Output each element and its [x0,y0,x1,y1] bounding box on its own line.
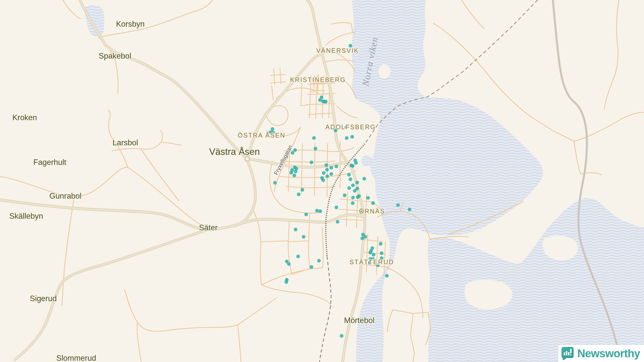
data-point-marker [355,187,359,190]
data-point-marker [325,168,329,171]
rural-label-m-rtebol: Mörtebol [344,316,375,325]
district-label-st-tterud: STÄTTERUD [350,258,394,265]
data-point-marker [369,251,372,254]
data-point-marker [385,274,389,278]
data-point-marker [347,173,351,176]
rural-label-slommerud: Slommerud [56,354,96,362]
data-point-marker [360,237,364,240]
data-point-marker [354,161,358,165]
data-point-marker [297,193,300,196]
district-label-v-nersvik: VÄNERSVIK [316,47,359,54]
rural-label-spakebol: Spakebol [99,52,131,60]
data-point-marker [336,220,339,223]
rural-label-larsbol: Larsbol [112,138,138,147]
data-point-marker [349,177,352,181]
data-point-marker [330,172,333,176]
town-label-v-stra-sen: Västra Åsen [209,147,260,157]
island-south-1 [464,280,512,309]
district-label-rn-s: ÖRNÄS [359,208,385,215]
rural-label-korsbyn: Korsbyn [116,20,145,28]
data-point-marker [326,174,329,178]
data-point-marker [304,213,308,216]
rural-label-sigerud: Sigerud [30,294,57,303]
newsworthy-attribution[interactable]: Newsworthy [558,345,644,362]
data-point-marker [356,195,359,199]
data-point-marker [347,186,351,190]
data-point-marker [330,166,333,169]
data-point-marker [291,151,294,155]
data-point-marker [335,165,338,168]
map-canvas: KorsbynSpakebolKrokenLarsbolFagerhultGun… [0,0,644,362]
rural-label-s-ter: Säter [199,223,218,232]
data-point-marker [317,259,321,262]
data-point-marker [293,174,296,177]
data-point-marker [293,148,297,152]
data-point-marker [372,253,375,256]
data-point-marker [380,251,383,255]
data-point-marker [312,136,316,140]
data-point-marker [290,171,293,174]
data-point-marker [396,203,400,207]
data-point-marker [351,184,355,187]
newsworthy-logo-icon [561,347,574,360]
map-share-image: KorsbynSpakebolKrokenLarsbolFagerhultGun… [0,0,644,362]
data-point-marker [340,334,343,338]
data-point-marker [351,196,355,199]
data-point-marker [322,171,326,175]
data-point-marker [294,228,297,231]
data-point-marker [271,127,274,131]
data-point-marker [363,177,366,180]
data-point-marker [296,255,300,258]
data-point-marker [350,135,354,139]
data-point-marker [310,161,313,164]
data-point-marker [408,208,411,211]
data-point-marker [324,100,328,103]
data-point-marker [318,209,322,213]
data-point-marker [273,181,277,185]
data-point-marker [315,209,319,212]
data-point-marker [285,280,288,284]
data-point-marker [310,265,313,269]
data-point-marker [302,235,305,239]
data-point-marker [351,164,354,168]
data-point-marker [321,178,325,182]
data-point-marker [366,196,370,200]
data-point-marker [335,206,338,209]
data-point-marker [314,147,317,150]
district-label-adolfsberg: ADOLFSBERG [326,123,376,130]
data-point-marker [345,136,348,140]
rural-label-gunrabol: Gunrabol [49,192,82,200]
data-point-marker [301,188,304,192]
newsworthy-logo-text: Newsworthy [577,348,640,359]
district-label-stra-sen: ÖSTRA ÅSEN [238,131,286,139]
rural-label-kroken: Kroken [12,113,37,122]
rural-label-fagerhult: Fagerhult [33,158,66,167]
data-point-marker [351,201,354,205]
data-point-marker [343,194,346,197]
rural-label-sk-llebyn: Skällebyn [9,212,43,220]
data-point-marker [294,170,297,173]
data-point-marker [379,242,382,246]
district-label-kristineberg: KRISTINEBERG [290,76,346,83]
data-point-marker [355,181,359,184]
roundabout-vastra-asen [245,157,250,161]
data-point-marker [325,163,328,167]
data-point-marker [287,262,291,266]
data-point-marker [371,201,375,205]
